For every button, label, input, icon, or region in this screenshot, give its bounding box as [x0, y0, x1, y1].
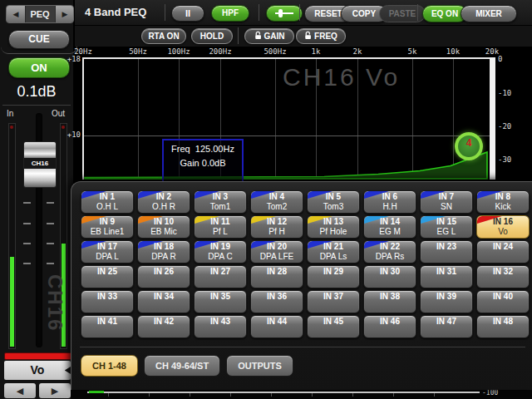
- peak-led-icon: [10, 126, 13, 129]
- channel-button-in-38[interactable]: IN 38: [363, 290, 416, 313]
- channel-button-in-7[interactable]: IN 7SN: [420, 190, 473, 214]
- peq-editor-screen: ◀ PEQ ▶ CUE ON 0.1dB In Out: [0, 0, 532, 399]
- channel-button-in-25[interactable]: IN 25: [81, 265, 134, 288]
- channel-button-in-14[interactable]: IN 14EG M: [363, 215, 416, 239]
- chevron-left-icon: ◀: [13, 10, 19, 18]
- input-meter-fill: [10, 257, 14, 347]
- channel-button-in-3[interactable]: IN 3Tom1: [194, 190, 247, 214]
- channel-prev-button[interactable]: ◀: [4, 383, 36, 398]
- fader-tick: [23, 223, 31, 224]
- cue-button[interactable]: CUE: [8, 30, 70, 49]
- gridline-v: [316, 59, 317, 179]
- fader-mode-button[interactable]: [266, 5, 303, 22]
- channel-button-in-34[interactable]: IN 34: [137, 290, 190, 313]
- channel-button-in-42[interactable]: IN 42: [137, 315, 190, 338]
- channel-button-in-37[interactable]: IN 37: [307, 290, 360, 313]
- channel-button-in-30[interactable]: IN 30: [363, 265, 416, 288]
- channel-button-in-29[interactable]: IN 29: [307, 265, 360, 288]
- channel-button-in-46[interactable]: IN 46: [363, 315, 416, 338]
- channel-button-in-13[interactable]: IN 13Pf Hole: [307, 215, 360, 239]
- channel-button-in-10[interactable]: IN 10EB Mic: [137, 215, 190, 239]
- channel-button-in-41[interactable]: IN 41: [81, 315, 134, 338]
- rta-baseline-meter: [89, 391, 104, 393]
- channel-id-label: IN 25: [81, 267, 133, 277]
- channel-button-in-2[interactable]: IN 2O.H R: [137, 190, 190, 214]
- channel-button-in-31[interactable]: IN 31: [420, 265, 473, 288]
- channel-id-label: IN 47: [421, 317, 472, 327]
- channel-button-in-35[interactable]: IN 35: [194, 290, 247, 313]
- rta-on-button[interactable]: RTA ON: [141, 28, 186, 44]
- channel-id-label: IN 45: [308, 317, 359, 327]
- channel-button-in-19[interactable]: IN 19DPA C: [194, 240, 247, 264]
- channel-button-in-16[interactable]: IN 16Vo: [476, 215, 530, 239]
- divider: [2, 105, 71, 106]
- channel-button-in-11[interactable]: IN 11Pf L: [194, 215, 247, 239]
- gain-lock-button[interactable]: GAIN: [244, 28, 294, 44]
- channel-button-in-15[interactable]: IN 15EG L: [420, 215, 473, 239]
- channel-button-in-27[interactable]: IN 27: [194, 265, 247, 288]
- channel-button-in-39[interactable]: IN 39: [420, 290, 473, 313]
- on-button[interactable]: ON: [8, 57, 70, 78]
- channel-button-in-18[interactable]: IN 18DPA R: [137, 240, 190, 264]
- bank-tab-ch-1-48[interactable]: CH 1-48: [81, 355, 138, 377]
- channel-name-label: Tom3: [308, 202, 359, 211]
- paste-button[interactable]: PASTE: [379, 5, 426, 22]
- channel-id-label: IN 41: [81, 317, 133, 327]
- channel-name-label: Pf H: [251, 227, 303, 236]
- rta-baseline: [87, 392, 480, 393]
- fader-tick: [47, 223, 54, 224]
- channel-button-in-24[interactable]: IN 24: [476, 240, 530, 264]
- channel-button-in-43[interactable]: IN 43: [194, 315, 247, 338]
- channel-id-label: IN 12: [251, 217, 303, 227]
- footer-tick: [352, 393, 353, 397]
- channel-button-in-17[interactable]: IN 17DPA L: [81, 240, 134, 264]
- channel-button-in-20[interactable]: IN 20DPA LFE: [250, 240, 303, 264]
- channel-id-label: IN 2: [138, 192, 190, 202]
- channel-next-button[interactable]: ▶: [39, 383, 71, 398]
- channel-name-label: SN: [421, 202, 472, 211]
- level-tick-label: -30: [498, 155, 511, 164]
- hpf-button[interactable]: HPF: [211, 5, 249, 22]
- channel-button-in-36[interactable]: IN 36: [250, 290, 303, 313]
- channel-button-in-5[interactable]: IN 5Tom3: [307, 190, 360, 214]
- channel-id-label: IN 43: [195, 317, 246, 327]
- channel-button-in-23[interactable]: IN 23: [420, 240, 473, 264]
- channel-button-in-6[interactable]: IN 6H.H: [363, 190, 416, 214]
- hold-button[interactable]: HOLD: [191, 28, 233, 44]
- gain-value: 0.0dB: [202, 158, 226, 168]
- band-4-handle[interactable]: 4: [455, 132, 483, 160]
- footer-tick: [434, 393, 435, 397]
- channel-name-label: DPA LFE: [251, 252, 303, 261]
- channel-button-in-44[interactable]: IN 44: [250, 315, 303, 338]
- peq-prev-button[interactable]: ◀: [7, 6, 26, 22]
- channel-button-in-28[interactable]: IN 28: [250, 265, 303, 288]
- channel-button-in-22[interactable]: IN 22DPA Rs: [363, 240, 416, 264]
- gridline-v: [179, 59, 180, 179]
- channel-id-label: IN 44: [251, 317, 303, 327]
- channel-button-in-48[interactable]: IN 48: [476, 315, 530, 338]
- peq-next-button[interactable]: ▶: [55, 6, 74, 22]
- channel-button-in-4[interactable]: IN 4Tom2: [250, 190, 303, 214]
- bank-tab-ch-49-64-st[interactable]: CH 49-64/ST: [144, 355, 220, 377]
- channel-button-in-12[interactable]: IN 12Pf H: [250, 215, 303, 239]
- freq-tick-label: 2k: [341, 47, 374, 56]
- channel-button-in-45[interactable]: IN 45: [307, 315, 360, 338]
- freq-lock-button[interactable]: FREQ: [296, 28, 346, 44]
- channel-button-in-32[interactable]: IN 32: [476, 265, 530, 288]
- channel-button-in-1[interactable]: IN 1O.H L: [81, 190, 134, 214]
- channel-button-in-8[interactable]: IN 8Kick: [476, 190, 530, 214]
- channel-button-in-33[interactable]: IN 33: [81, 290, 134, 313]
- insert-button[interactable]: II: [171, 5, 204, 22]
- freq-lock-label: FREQ: [314, 32, 337, 41]
- channel-button-in-21[interactable]: IN 21DPA Ls: [307, 240, 360, 264]
- level-tick-label: -20: [498, 122, 511, 131]
- graph-frame-left: [82, 57, 84, 180]
- channel-button-in-26[interactable]: IN 26: [137, 265, 190, 288]
- bank-tab-outputs[interactable]: OUTPUTS: [226, 355, 293, 377]
- channel-button-in-47[interactable]: IN 47: [420, 315, 473, 338]
- channel-button-in-40[interactable]: IN 40: [476, 290, 530, 313]
- channel-name-label: EB Mic: [138, 227, 190, 236]
- mixer-button[interactable]: MIXER: [461, 5, 517, 22]
- fader-cap[interactable]: CH16: [23, 141, 57, 188]
- channel-button-in-9[interactable]: IN 9EB Line1: [81, 215, 134, 239]
